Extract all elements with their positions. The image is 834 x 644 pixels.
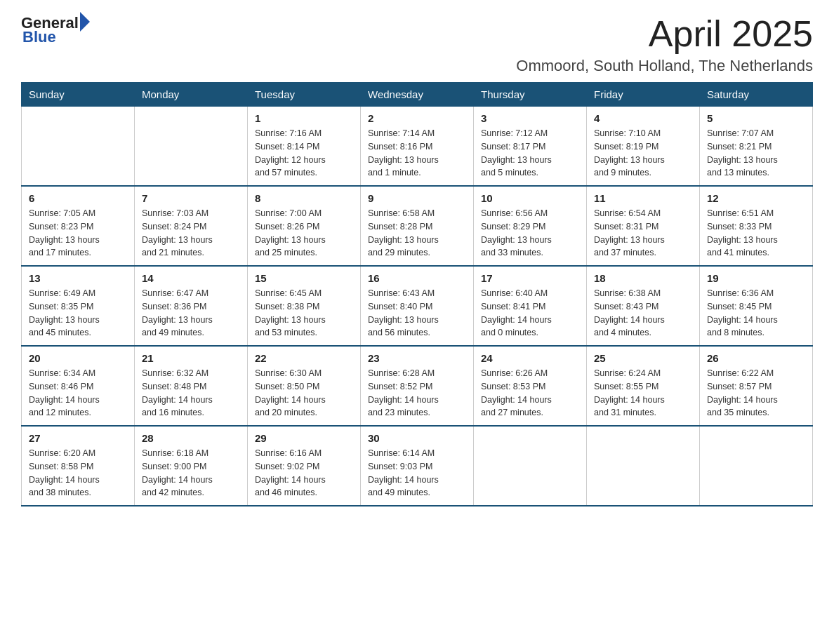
calendar-cell: 28Sunrise: 6:18 AM Sunset: 9:00 PM Dayli… <box>135 426 248 506</box>
day-number: 30 <box>368 432 466 444</box>
day-number: 6 <box>29 192 127 204</box>
header-saturday: Saturday <box>700 83 813 107</box>
day-info: Sunrise: 6:36 AM Sunset: 8:45 PM Dayligh… <box>707 287 805 340</box>
header-friday: Friday <box>587 83 700 107</box>
calendar-cell: 22Sunrise: 6:30 AM Sunset: 8:50 PM Dayli… <box>248 346 361 426</box>
calendar-cell: 6Sunrise: 7:05 AM Sunset: 8:23 PM Daylig… <box>22 186 135 266</box>
day-info: Sunrise: 6:28 AM Sunset: 8:52 PM Dayligh… <box>368 367 466 420</box>
day-info: Sunrise: 6:16 AM Sunset: 9:02 PM Dayligh… <box>255 447 353 499</box>
day-info: Sunrise: 6:49 AM Sunset: 8:35 PM Dayligh… <box>29 287 127 340</box>
calendar-week-row: 20Sunrise: 6:34 AM Sunset: 8:46 PM Dayli… <box>22 346 813 426</box>
day-info: Sunrise: 7:00 AM Sunset: 8:26 PM Dayligh… <box>255 207 353 260</box>
calendar-cell <box>22 107 135 187</box>
calendar-cell: 27Sunrise: 6:20 AM Sunset: 8:58 PM Dayli… <box>22 426 135 506</box>
day-number: 24 <box>481 352 579 364</box>
calendar-cell: 10Sunrise: 6:56 AM Sunset: 8:29 PM Dayli… <box>474 186 587 266</box>
calendar-cell: 25Sunrise: 6:24 AM Sunset: 8:55 PM Dayli… <box>587 346 700 426</box>
calendar-cell: 5Sunrise: 7:07 AM Sunset: 8:21 PM Daylig… <box>700 107 813 187</box>
day-number: 28 <box>142 432 240 444</box>
calendar-cell <box>474 426 587 506</box>
logo: General Blue <box>21 14 90 46</box>
page-header: General Blue April 2025 Ommoord, South H… <box>21 14 813 75</box>
calendar-cell: 20Sunrise: 6:34 AM Sunset: 8:46 PM Dayli… <box>22 346 135 426</box>
day-info: Sunrise: 6:43 AM Sunset: 8:40 PM Dayligh… <box>368 287 466 340</box>
day-info: Sunrise: 6:14 AM Sunset: 9:03 PM Dayligh… <box>368 447 466 499</box>
day-number: 3 <box>481 112 579 124</box>
day-number: 8 <box>255 192 353 204</box>
calendar-week-row: 13Sunrise: 6:49 AM Sunset: 8:35 PM Dayli… <box>22 266 813 346</box>
calendar-cell: 14Sunrise: 6:47 AM Sunset: 8:36 PM Dayli… <box>135 266 248 346</box>
day-number: 9 <box>368 192 466 204</box>
day-number: 11 <box>594 192 692 204</box>
calendar-cell: 23Sunrise: 6:28 AM Sunset: 8:52 PM Dayli… <box>361 346 474 426</box>
day-info: Sunrise: 7:12 AM Sunset: 8:17 PM Dayligh… <box>481 127 579 180</box>
calendar-cell: 13Sunrise: 6:49 AM Sunset: 8:35 PM Dayli… <box>22 266 135 346</box>
day-info: Sunrise: 7:16 AM Sunset: 8:14 PM Dayligh… <box>255 127 353 180</box>
calendar-cell: 9Sunrise: 6:58 AM Sunset: 8:28 PM Daylig… <box>361 186 474 266</box>
calendar-cell: 17Sunrise: 6:40 AM Sunset: 8:41 PM Dayli… <box>474 266 587 346</box>
day-info: Sunrise: 6:30 AM Sunset: 8:50 PM Dayligh… <box>255 367 353 420</box>
day-info: Sunrise: 6:20 AM Sunset: 8:58 PM Dayligh… <box>29 447 127 499</box>
day-info: Sunrise: 6:22 AM Sunset: 8:57 PM Dayligh… <box>707 367 805 420</box>
day-number: 17 <box>481 272 579 284</box>
day-number: 18 <box>594 272 692 284</box>
day-info: Sunrise: 6:45 AM Sunset: 8:38 PM Dayligh… <box>255 287 353 340</box>
day-info: Sunrise: 7:03 AM Sunset: 8:24 PM Dayligh… <box>142 207 240 260</box>
day-number: 2 <box>368 112 466 124</box>
calendar-cell: 16Sunrise: 6:43 AM Sunset: 8:40 PM Dayli… <box>361 266 474 346</box>
day-number: 29 <box>255 432 353 444</box>
calendar-cell: 2Sunrise: 7:14 AM Sunset: 8:16 PM Daylig… <box>361 107 474 187</box>
calendar-week-row: 27Sunrise: 6:20 AM Sunset: 8:58 PM Dayli… <box>22 426 813 506</box>
day-number: 7 <box>142 192 240 204</box>
day-info: Sunrise: 6:47 AM Sunset: 8:36 PM Dayligh… <box>142 287 240 340</box>
day-info: Sunrise: 7:10 AM Sunset: 8:19 PM Dayligh… <box>594 127 692 180</box>
day-info: Sunrise: 6:56 AM Sunset: 8:29 PM Dayligh… <box>481 207 579 260</box>
day-number: 16 <box>368 272 466 284</box>
day-number: 12 <box>707 192 805 204</box>
title-section: April 2025 Ommoord, South Holland, The N… <box>516 14 813 75</box>
calendar-cell: 26Sunrise: 6:22 AM Sunset: 8:57 PM Dayli… <box>700 346 813 426</box>
calendar-cell: 30Sunrise: 6:14 AM Sunset: 9:03 PM Dayli… <box>361 426 474 506</box>
day-info: Sunrise: 6:26 AM Sunset: 8:53 PM Dayligh… <box>481 367 579 420</box>
day-info: Sunrise: 7:14 AM Sunset: 8:16 PM Dayligh… <box>368 127 466 180</box>
header-sunday: Sunday <box>22 83 135 107</box>
calendar-cell: 4Sunrise: 7:10 AM Sunset: 8:19 PM Daylig… <box>587 107 700 187</box>
day-info: Sunrise: 6:34 AM Sunset: 8:46 PM Dayligh… <box>29 367 127 420</box>
header-wednesday: Wednesday <box>361 83 474 107</box>
logo-blue-text: Blue <box>22 28 90 46</box>
day-number: 1 <box>255 112 353 124</box>
day-info: Sunrise: 6:24 AM Sunset: 8:55 PM Dayligh… <box>594 367 692 420</box>
calendar-cell: 21Sunrise: 6:32 AM Sunset: 8:48 PM Dayli… <box>135 346 248 426</box>
day-number: 26 <box>707 352 805 364</box>
day-number: 14 <box>142 272 240 284</box>
day-number: 27 <box>29 432 127 444</box>
calendar-cell: 19Sunrise: 6:36 AM Sunset: 8:45 PM Dayli… <box>700 266 813 346</box>
calendar-cell: 15Sunrise: 6:45 AM Sunset: 8:38 PM Dayli… <box>248 266 361 346</box>
calendar-cell: 12Sunrise: 6:51 AM Sunset: 8:33 PM Dayli… <box>700 186 813 266</box>
day-number: 15 <box>255 272 353 284</box>
day-info: Sunrise: 6:32 AM Sunset: 8:48 PM Dayligh… <box>142 367 240 420</box>
calendar-cell <box>700 426 813 506</box>
calendar-week-row: 1Sunrise: 7:16 AM Sunset: 8:14 PM Daylig… <box>22 107 813 187</box>
header-monday: Monday <box>135 83 248 107</box>
day-number: 10 <box>481 192 579 204</box>
day-info: Sunrise: 6:54 AM Sunset: 8:31 PM Dayligh… <box>594 207 692 260</box>
day-info: Sunrise: 7:05 AM Sunset: 8:23 PM Dayligh… <box>29 207 127 260</box>
calendar-body: 1Sunrise: 7:16 AM Sunset: 8:14 PM Daylig… <box>22 107 813 507</box>
day-info: Sunrise: 6:38 AM Sunset: 8:43 PM Dayligh… <box>594 287 692 340</box>
calendar-cell: 1Sunrise: 7:16 AM Sunset: 8:14 PM Daylig… <box>248 107 361 187</box>
day-info: Sunrise: 6:58 AM Sunset: 8:28 PM Dayligh… <box>368 207 466 260</box>
day-number: 20 <box>29 352 127 364</box>
calendar-cell: 11Sunrise: 6:54 AM Sunset: 8:31 PM Dayli… <box>587 186 700 266</box>
calendar-table: Sunday Monday Tuesday Wednesday Thursday… <box>21 82 813 507</box>
day-number: 23 <box>368 352 466 364</box>
day-number: 19 <box>707 272 805 284</box>
calendar-cell <box>135 107 248 187</box>
calendar-cell: 7Sunrise: 7:03 AM Sunset: 8:24 PM Daylig… <box>135 186 248 266</box>
calendar-header: Sunday Monday Tuesday Wednesday Thursday… <box>22 83 813 107</box>
day-number: 21 <box>142 352 240 364</box>
location-title: Ommoord, South Holland, The Netherlands <box>516 57 813 75</box>
day-number: 13 <box>29 272 127 284</box>
calendar-cell: 3Sunrise: 7:12 AM Sunset: 8:17 PM Daylig… <box>474 107 587 187</box>
header-thursday: Thursday <box>474 83 587 107</box>
